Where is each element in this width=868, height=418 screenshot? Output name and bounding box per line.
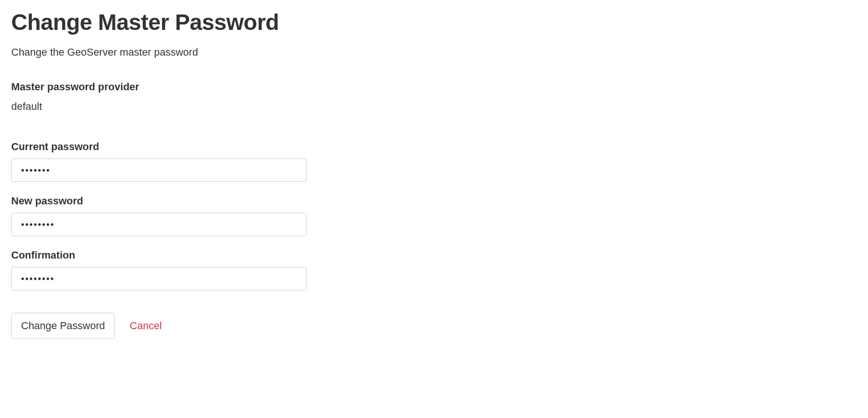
current-password-input[interactable] [11, 159, 306, 182]
button-row: Change Password Cancel [11, 313, 857, 339]
new-password-label: New password [11, 195, 857, 207]
provider-label: Master password provider [11, 81, 857, 93]
cancel-link[interactable]: Cancel [130, 320, 162, 332]
new-password-input[interactable] [11, 213, 306, 236]
page-description: Change the GeoServer master password [11, 46, 857, 58]
change-password-button[interactable]: Change Password [11, 313, 115, 339]
provider-value: default [11, 101, 857, 113]
page-title: Change Master Password [11, 9, 857, 35]
confirmation-input[interactable] [11, 267, 306, 290]
confirmation-label: Confirmation [11, 249, 857, 261]
current-password-label: Current password [11, 141, 857, 153]
